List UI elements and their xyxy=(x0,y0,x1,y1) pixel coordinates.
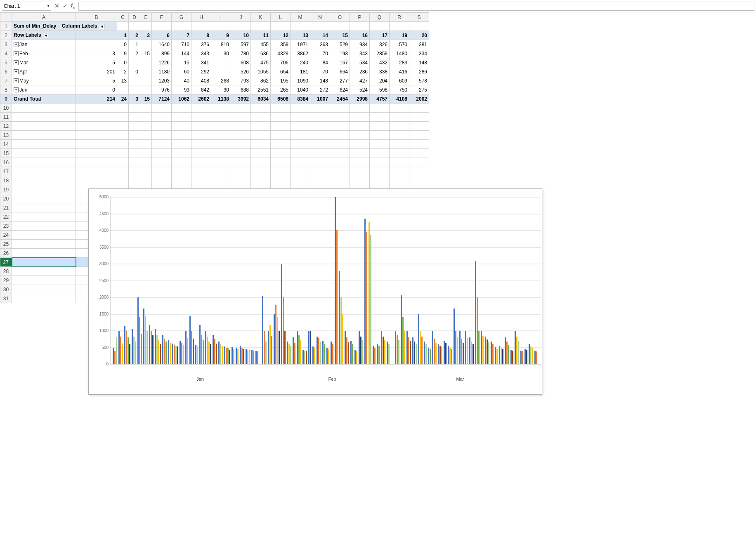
cell-7G[interactable]: 40 xyxy=(172,76,191,85)
cell-7M[interactable]: 1090 xyxy=(291,76,310,85)
cell-1H[interactable] xyxy=(191,22,211,31)
cell-7J[interactable]: 793 xyxy=(231,76,251,85)
cell-8S[interactable]: 275 xyxy=(409,85,429,94)
cell-3C[interactable]: 0 xyxy=(117,40,129,49)
cell-3J[interactable]: 597 xyxy=(231,40,251,49)
cell-6F[interactable]: 1180 xyxy=(152,67,172,76)
cell-8I[interactable]: 30 xyxy=(211,85,231,94)
name-box[interactable]: Chart 1 ▾ xyxy=(2,2,51,11)
cell-1N[interactable] xyxy=(310,22,330,31)
cell-5F[interactable]: 1226 xyxy=(152,58,172,67)
cell-4Q[interactable]: 2859 xyxy=(370,49,390,58)
cell-1O[interactable] xyxy=(330,22,350,31)
cell-1M[interactable] xyxy=(291,22,310,31)
cell-4O[interactable]: 193 xyxy=(330,49,350,58)
cell-4J[interactable]: 780 xyxy=(231,49,251,58)
cell-4E[interactable]: 15 xyxy=(140,49,152,58)
cell-8M[interactable]: 1040 xyxy=(291,85,310,94)
cell-4F[interactable]: 899 xyxy=(152,49,172,58)
cell-6J[interactable]: 526 xyxy=(231,67,251,76)
cell-1Q[interactable] xyxy=(370,22,390,31)
cell-1L[interactable] xyxy=(271,22,291,31)
cell-5N[interactable]: 84 xyxy=(310,58,330,67)
cell-8H[interactable]: 842 xyxy=(191,85,211,94)
cell-8F[interactable]: 976 xyxy=(152,85,172,94)
cell-5H[interactable]: 341 xyxy=(191,58,211,67)
col-header-G[interactable]: G xyxy=(172,13,191,22)
cancel-icon[interactable]: ✕ xyxy=(54,2,59,9)
cell-5E[interactable] xyxy=(140,58,152,67)
col-header-Q[interactable]: Q xyxy=(370,13,390,22)
cell-6M[interactable]: 181 xyxy=(291,67,310,76)
cell-6C[interactable]: 2 xyxy=(117,67,129,76)
cell-3N[interactable]: 363 xyxy=(310,40,330,49)
cell-1R[interactable] xyxy=(390,22,409,31)
cell-6P[interactable]: 236 xyxy=(350,67,370,76)
cell-3E[interactable] xyxy=(140,40,152,49)
col-header-B[interactable]: B xyxy=(76,13,117,22)
active-cell[interactable] xyxy=(12,258,76,267)
cell-6N[interactable]: 70 xyxy=(310,67,330,76)
cell-1S[interactable] xyxy=(409,22,429,31)
cell-4N[interactable]: 70 xyxy=(310,49,330,58)
cell-7E[interactable] xyxy=(140,76,152,85)
cell-5M[interactable]: 240 xyxy=(291,58,310,67)
col-header-A[interactable]: A xyxy=(12,13,76,22)
cell-8C[interactable] xyxy=(117,85,129,94)
cell-5B[interactable]: 5 xyxy=(76,58,117,67)
cell-7C[interactable]: 13 xyxy=(117,76,129,85)
cell-3R[interactable]: 570 xyxy=(390,40,409,49)
column-filter-btn[interactable]: ▾ xyxy=(100,24,104,29)
cell-4P[interactable]: 343 xyxy=(350,49,370,58)
cell-6D[interactable]: 0 xyxy=(129,67,140,76)
expand-jun[interactable]: + xyxy=(14,87,19,92)
cell-7I[interactable]: 268 xyxy=(211,76,231,85)
cell-8K[interactable]: 2551 xyxy=(251,85,271,94)
col-header-F[interactable]: F xyxy=(152,13,172,22)
function-icon[interactable]: fx xyxy=(71,2,75,10)
cell-7B[interactable]: 5 xyxy=(76,76,117,85)
confirm-icon[interactable]: ✓ xyxy=(63,2,68,9)
col-header-K[interactable]: K xyxy=(251,13,271,22)
cell-8J[interactable]: 688 xyxy=(231,85,251,94)
cell-1I[interactable] xyxy=(211,22,231,31)
cell-3L[interactable]: 359 xyxy=(271,40,291,49)
col-header-J[interactable]: J xyxy=(231,13,251,22)
col-header-R[interactable]: R xyxy=(390,13,409,22)
cell-8D[interactable] xyxy=(129,85,140,94)
cell-8P[interactable]: 524 xyxy=(350,85,370,94)
col-header-I[interactable]: I xyxy=(211,13,231,22)
cell-6Q[interactable]: 338 xyxy=(370,67,390,76)
cell-5G[interactable]: 15 xyxy=(172,58,191,67)
col-header-L[interactable]: L xyxy=(271,13,291,22)
cell-3B[interactable] xyxy=(76,40,117,49)
cell-5Q[interactable]: 432 xyxy=(370,58,390,67)
cell-4R[interactable]: 1480 xyxy=(390,49,409,58)
cell-8O[interactable]: 624 xyxy=(330,85,350,94)
cell-8E[interactable] xyxy=(140,85,152,94)
cell-5S[interactable]: 148 xyxy=(409,58,429,67)
cell-4H[interactable]: 343 xyxy=(191,49,211,58)
cell-5J[interactable]: 608 xyxy=(231,58,251,67)
name-box-arrow[interactable]: ▾ xyxy=(47,4,49,8)
cell-5I[interactable] xyxy=(211,58,231,67)
cell-6L[interactable]: 654 xyxy=(271,67,291,76)
cell-6I[interactable] xyxy=(211,67,231,76)
cell-1K[interactable] xyxy=(251,22,271,31)
cell-8L[interactable]: 265 xyxy=(271,85,291,94)
cell-6B[interactable]: 201 xyxy=(76,67,117,76)
cell-1P[interactable] xyxy=(350,22,370,31)
cell-4C[interactable]: 9 xyxy=(117,49,129,58)
cell-4I[interactable]: 30 xyxy=(211,49,231,58)
cell-3G[interactable]: 710 xyxy=(172,40,191,49)
cell-4S[interactable]: 334 xyxy=(409,49,429,58)
col-header-S[interactable]: S xyxy=(409,13,429,22)
cell-7O[interactable]: 277 xyxy=(330,76,350,85)
cell-7N[interactable]: 148 xyxy=(310,76,330,85)
cell-5P[interactable]: 534 xyxy=(350,58,370,67)
cell-1G[interactable] xyxy=(172,22,191,31)
cell-3S[interactable]: 381 xyxy=(409,40,429,49)
cell-1E[interactable] xyxy=(140,22,152,31)
cell-8N[interactable]: 272 xyxy=(310,85,330,94)
cell-6O[interactable]: 664 xyxy=(330,67,350,76)
